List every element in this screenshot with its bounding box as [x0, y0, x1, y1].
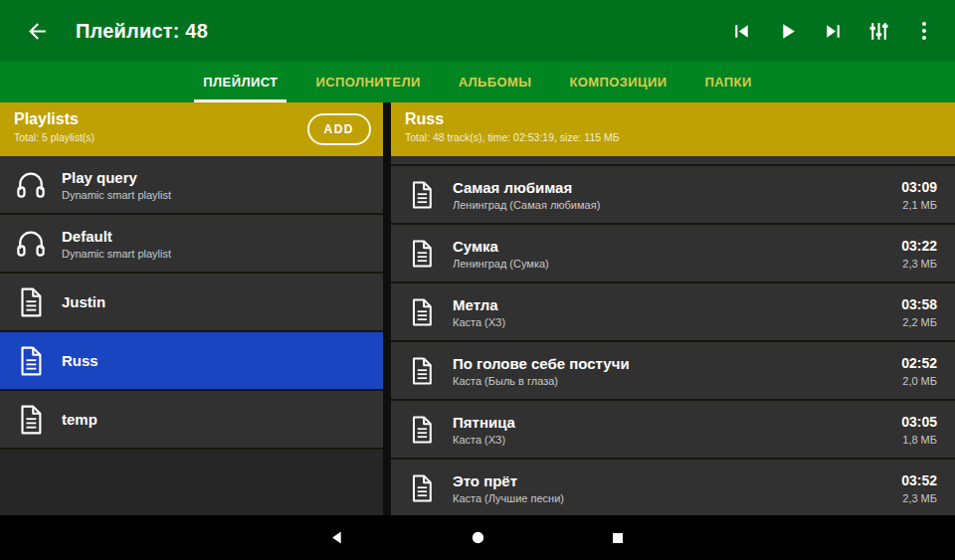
app-bar-actions — [722, 11, 943, 51]
content-area: Playlists Total: 5 playlist(s) ADD Play … — [0, 102, 955, 515]
file-icon — [403, 352, 441, 390]
track-size: 2,3 МБ — [901, 492, 937, 504]
tab-tracks[interactable]: КОМПОЗИЦИИ — [552, 62, 683, 102]
track-title: По голове себе постучи — [453, 355, 891, 372]
playlist-item-temp[interactable]: temp — [0, 391, 383, 450]
playlist-item-text: temp — [62, 411, 365, 428]
skip-previous-icon — [729, 19, 754, 44]
track-text: Метла Каста (ХЗ) — [453, 296, 891, 328]
playlist-item-text: Justin — [62, 293, 365, 310]
track-row-partial[interactable] — [391, 156, 955, 166]
track-row[interactable]: По голове себе постучи Каста (Быль в гла… — [391, 342, 955, 401]
file-icon — [12, 342, 50, 380]
tracks-panel-header: Russ Total: 48 track(s), time: 02:53:19,… — [391, 102, 955, 156]
nav-home-button[interactable] — [458, 518, 497, 558]
playlist-item-justin[interactable]: Justin — [0, 274, 383, 332]
track-duration: 03:58 — [901, 296, 937, 312]
file-icon — [403, 176, 441, 214]
file-icon — [12, 401, 50, 439]
track-meta: 03:05 1,8 МБ — [901, 414, 937, 446]
tracks-panel: Russ Total: 48 track(s), time: 02:53:19,… — [391, 102, 955, 515]
track-duration: 02:52 — [901, 355, 937, 371]
track-text: По голове себе постучи Каста (Быль в гла… — [453, 355, 891, 387]
playlist-subtitle: Dynamic smart playlist — [62, 248, 365, 260]
playlist-subtitle: Dynamic smart playlist — [62, 189, 365, 201]
track-size: 2,1 МБ — [901, 199, 937, 211]
file-icon — [403, 293, 441, 331]
tab-albums[interactable]: АЛЬБОМЫ — [442, 62, 549, 102]
equalizer-sliders-icon — [866, 19, 891, 44]
skip-previous-button[interactable] — [722, 11, 760, 51]
app-bar: Плейлист: 48 — [0, 0, 955, 62]
play-icon — [775, 19, 800, 44]
nav-recents-icon — [610, 530, 626, 546]
arrow-left-icon — [25, 19, 50, 44]
playlist-title: Russ — [62, 352, 365, 369]
file-icon — [403, 235, 441, 273]
track-subtitle: Каста (ХЗ) — [453, 316, 891, 328]
track-size: 2,0 МБ — [901, 375, 937, 387]
track-text: Пятница Каста (ХЗ) — [453, 414, 891, 446]
play-button[interactable] — [768, 11, 806, 51]
tab-playlist[interactable]: ПЛЕЙЛИСТ — [186, 62, 294, 102]
playlist-title: temp — [62, 411, 365, 428]
nav-back-button[interactable] — [317, 518, 357, 558]
tab-folders[interactable]: ПАПКИ — [688, 62, 769, 102]
track-meta: 03:09 2,1 МБ — [901, 179, 937, 211]
playlist-item-default[interactable]: Default Dynamic smart playlist — [0, 215, 383, 274]
track-text: Сумка Ленинград (Сумка) — [453, 238, 891, 270]
playlist-item-text: Default Dynamic smart playlist — [62, 228, 365, 260]
track-meta: 03:58 2,2 МБ — [901, 296, 937, 328]
track-size: 2,3 МБ — [901, 258, 937, 270]
playlist-item-play-query[interactable]: Play query Dynamic smart playlist — [0, 156, 383, 215]
nav-back-icon — [329, 529, 346, 546]
playlist-item-text: Play query Dynamic smart playlist — [62, 169, 365, 201]
tracks-header-subtitle: Total: 48 track(s), time: 02:53:19, size… — [405, 131, 943, 143]
skip-next-icon — [821, 19, 846, 44]
page-title: Плейлист: 48 — [76, 20, 722, 43]
headphones-icon — [12, 166, 50, 204]
track-title: Самая любимая — [453, 179, 891, 196]
tab-artists[interactable]: ИСПОЛНИТЕЛИ — [298, 62, 437, 102]
music-player-screen: Плейлист: 48 — [0, 0, 955, 560]
track-row[interactable]: Самая любимая Ленинград (Самая любимая) … — [391, 166, 955, 225]
overflow-menu-icon — [912, 19, 936, 43]
track-title: Сумка — [453, 238, 891, 255]
playlist-item-text: Russ — [62, 352, 365, 369]
track-subtitle: Каста (Лучшие песни) — [453, 492, 891, 504]
track-meta: 02:52 2,0 МБ — [901, 355, 937, 387]
back-button[interactable] — [18, 11, 56, 51]
track-subtitle: Ленинград (Самая любимая) — [453, 199, 891, 211]
nav-recents-button[interactable] — [598, 518, 638, 558]
nav-buttons — [317, 518, 638, 558]
file-icon — [403, 411, 441, 449]
equalizer-button[interactable] — [860, 11, 897, 51]
playlist-title: Default — [62, 228, 365, 245]
nav-home-icon — [470, 529, 486, 546]
track-subtitle: Ленинград (Сумка) — [453, 258, 891, 270]
file-icon — [12, 283, 50, 321]
panel-divider — [383, 102, 391, 515]
skip-next-button[interactable] — [814, 11, 852, 51]
track-duration: 03:52 — [901, 472, 937, 488]
add-playlist-button[interactable]: ADD — [307, 113, 372, 145]
track-duration: 03:09 — [901, 179, 937, 195]
track-subtitle: Каста (ХЗ) — [453, 434, 891, 446]
tab-bar: ПЛЕЙЛИСТ ИСПОЛНИТЕЛИ АЛЬБОМЫ КОМПОЗИЦИИ … — [0, 62, 955, 102]
file-icon — [403, 469, 441, 507]
headphones-icon — [12, 225, 50, 263]
track-row[interactable]: Пятница Каста (ХЗ) 03:05 1,8 МБ — [391, 401, 955, 460]
track-size: 2,2 МБ — [901, 316, 937, 328]
track-text: Самая любимая Ленинград (Самая любимая) — [453, 179, 891, 211]
android-nav-bar — [0, 515, 955, 560]
track-title: Пятница — [453, 414, 891, 431]
tracks-header-title: Russ — [405, 110, 943, 128]
playlists-panel-header: Playlists Total: 5 playlist(s) ADD — [0, 102, 383, 156]
track-meta: 03:22 2,3 МБ — [901, 238, 937, 270]
playlist-item-russ-selected[interactable]: Russ — [0, 332, 383, 391]
track-row[interactable]: Метла Каста (ХЗ) 03:58 2,2 МБ — [391, 283, 955, 342]
overflow-menu-button[interactable] — [905, 11, 943, 51]
track-row[interactable]: Сумка Ленинград (Сумка) 03:22 2,3 МБ — [391, 225, 955, 283]
playlist-title: Play query — [62, 169, 365, 186]
track-row[interactable]: Это прёт Каста (Лучшие песни) 03:52 2,3 … — [391, 460, 955, 515]
